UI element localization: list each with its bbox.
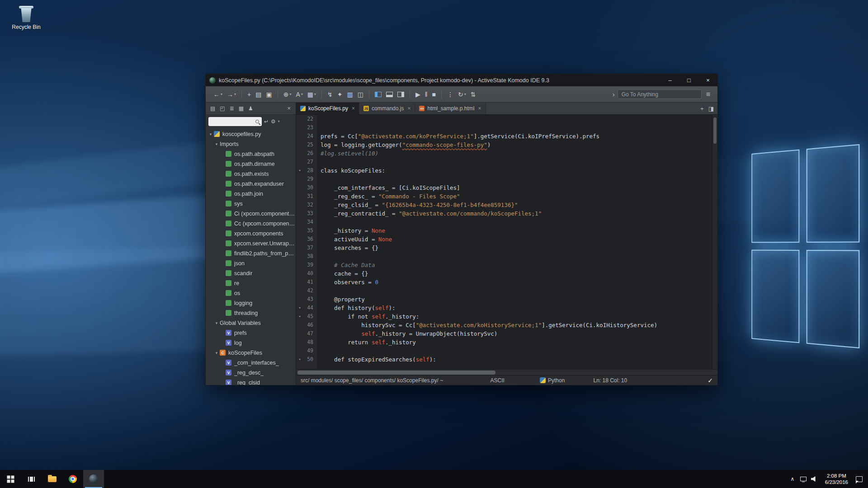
horizontal-scrollbar[interactable]: [296, 369, 717, 375]
tree-item[interactable]: re: [206, 278, 296, 288]
volume-icon[interactable]: [809, 470, 820, 488]
minimize-button[interactable]: –: [660, 74, 679, 86]
enter-icon[interactable]: ↵: [264, 118, 269, 125]
split-panel-icon[interactable]: ◨: [708, 105, 714, 112]
tree-item[interactable]: os.path.expanduser: [206, 179, 296, 189]
maximize-button[interactable]: □: [679, 74, 698, 86]
taskbar-clock[interactable]: 2:08 PM 6/23/2016: [821, 473, 852, 485]
horizontal-scrollbar-thumb[interactable]: [297, 371, 495, 375]
statusbar-path[interactable]: src/ modules/ scope_files/ components/ k…: [301, 377, 491, 384]
open-files-icon[interactable]: ◰: [218, 104, 226, 113]
tree-expand-icon[interactable]: ▾: [208, 132, 214, 136]
tree-item[interactable]: os.path.abspath: [206, 149, 296, 159]
new-file-icon[interactable]: +: [245, 89, 253, 100]
toolbar-overflow-chevron-icon[interactable]: ›: [610, 90, 618, 98]
tree-item[interactable]: V_com_interfaces_: [206, 358, 296, 368]
sections-icon[interactable]: ≣: [228, 104, 236, 113]
tab-close-icon[interactable]: ×: [352, 105, 355, 112]
fold-marker-icon[interactable]: ▾: [296, 166, 303, 175]
fold-marker-icon[interactable]: ▾: [296, 304, 303, 312]
run-macro-icon[interactable]: ↯: [326, 89, 335, 100]
save-file-icon[interactable]: ▣: [264, 89, 274, 100]
vertical-scrollbar[interactable]: [712, 115, 717, 369]
toggle-right-pane-icon[interactable]: [396, 89, 406, 100]
stop-icon[interactable]: ■: [430, 89, 438, 100]
more-tools-icon[interactable]: ⋮: [445, 89, 455, 100]
preview-buffer-icon[interactable]: ▥: [345, 89, 355, 100]
tree-item[interactable]: V_reg_clsid_: [206, 378, 296, 385]
run-icon[interactable]: ▶: [414, 89, 422, 100]
browser-preview-icon[interactable]: ⊕▾: [282, 89, 293, 100]
places-icon[interactable]: ▤: [208, 104, 217, 113]
syntax-check-icon[interactable]: ✓: [708, 377, 713, 384]
tree-item[interactable]: json: [206, 258, 296, 268]
hidden-icons-chevron[interactable]: ∧: [787, 470, 798, 488]
file-explorer-button[interactable]: [42, 470, 62, 488]
split-view-icon[interactable]: ◫: [356, 89, 365, 100]
new-tab-icon[interactable]: +: [700, 105, 704, 112]
sidebar-search-input[interactable]: [210, 119, 255, 124]
tree-expand-icon[interactable]: ▾: [213, 351, 220, 355]
open-file-icon[interactable]: ▤: [254, 89, 263, 100]
tree-item[interactable]: os: [206, 288, 296, 298]
chrome-button[interactable]: [62, 470, 83, 488]
gear-icon[interactable]: ⚙: [271, 118, 276, 125]
close-pane-icon[interactable]: ×: [285, 104, 293, 113]
tree-item[interactable]: V_reg_desc_: [206, 368, 296, 378]
notification-center-button[interactable]: [854, 470, 864, 488]
sync-icon[interactable]: ↻▾: [456, 89, 468, 100]
editor-tab[interactable]: JScommando.js×: [359, 103, 415, 114]
code-editor[interactable]: 222324prefs = Cc["@activestate.com/koPre…: [296, 115, 712, 369]
symbols-icon[interactable]: ♟: [246, 104, 255, 113]
fold-marker-icon[interactable]: ▾: [296, 355, 303, 364]
tree-item[interactable]: xpcom.server.UnwrapObj...: [206, 239, 296, 249]
recycle-bin[interactable]: Recycle Bin: [7, 5, 45, 30]
toggle-bottom-pane-icon[interactable]: [384, 89, 395, 100]
sidebar-search-field[interactable]: [208, 117, 262, 126]
browse-icon[interactable]: ▦: [237, 104, 245, 113]
tree-item[interactable]: Ci (xpcom.components.i...: [206, 209, 296, 219]
pause-icon[interactable]: ‖: [423, 89, 429, 100]
tree-item[interactable]: ▾CkoScopeFiles: [206, 348, 296, 358]
tree-item[interactable]: ▾Imports: [206, 139, 296, 149]
tree-item[interactable]: threading: [206, 308, 296, 318]
tree-item[interactable]: ▾koscopefiles.py: [206, 129, 296, 139]
tree-item[interactable]: Cc (xpcom.components....: [206, 219, 296, 229]
statusbar-encoding[interactable]: ASCII: [491, 377, 540, 384]
tree-item[interactable]: sys: [206, 199, 296, 209]
tab-close-icon[interactable]: ×: [407, 105, 410, 112]
close-button[interactable]: ×: [698, 74, 717, 86]
statusbar-position[interactable]: Ln: 18 Col: 10: [594, 377, 708, 384]
titlebar[interactable]: koScopeFiles.py (C:\Projects\KomodoIDE\s…: [206, 74, 717, 86]
menu-icon[interactable]: ≡: [702, 90, 712, 99]
font-size-icon[interactable]: A▾: [294, 89, 304, 100]
network-icon[interactable]: [798, 470, 809, 488]
vertical-scrollbar-thumb[interactable]: [713, 117, 717, 144]
sort-lines-icon[interactable]: ⇅: [469, 89, 478, 100]
tree-item[interactable]: findlib2.paths_from_path...: [206, 249, 296, 258]
editor-tab[interactable]: koScopeFiles.py×: [296, 103, 359, 114]
forward-icon[interactable]: →▾: [225, 89, 238, 100]
tree-item[interactable]: os.path.dirname: [206, 159, 296, 169]
komodo-button[interactable]: [83, 470, 104, 488]
tab-close-icon[interactable]: ×: [478, 105, 481, 112]
statusbar-language[interactable]: Python: [540, 377, 594, 384]
tree-item[interactable]: Vprefs: [206, 328, 296, 338]
toolbox-icon[interactable]: ✦: [335, 89, 344, 100]
goto-anything-input[interactable]: [618, 89, 702, 99]
chevron-down-icon[interactable]: ▾: [278, 119, 280, 123]
color-scheme-icon[interactable]: ▦▾: [306, 89, 318, 100]
tree-item[interactable]: os.path.join: [206, 189, 296, 199]
tree-item[interactable]: logging: [206, 298, 296, 308]
tree-expand-icon[interactable]: ▾: [213, 142, 220, 146]
start-button[interactable]: [0, 470, 21, 488]
tree-expand-icon[interactable]: ▾: [213, 321, 220, 325]
tree-item[interactable]: scandir: [206, 268, 296, 278]
tree-item[interactable]: xpcom.components: [206, 229, 296, 239]
toggle-left-pane-icon[interactable]: [373, 89, 383, 100]
tree-item[interactable]: Vlog: [206, 338, 296, 348]
editor-tab[interactable]: <>html_sample.p.html×: [415, 103, 486, 114]
task-view-button[interactable]: [21, 470, 42, 488]
tree-item[interactable]: os.path.exists: [206, 169, 296, 179]
tree-item[interactable]: ▾Global Variables: [206, 318, 296, 328]
